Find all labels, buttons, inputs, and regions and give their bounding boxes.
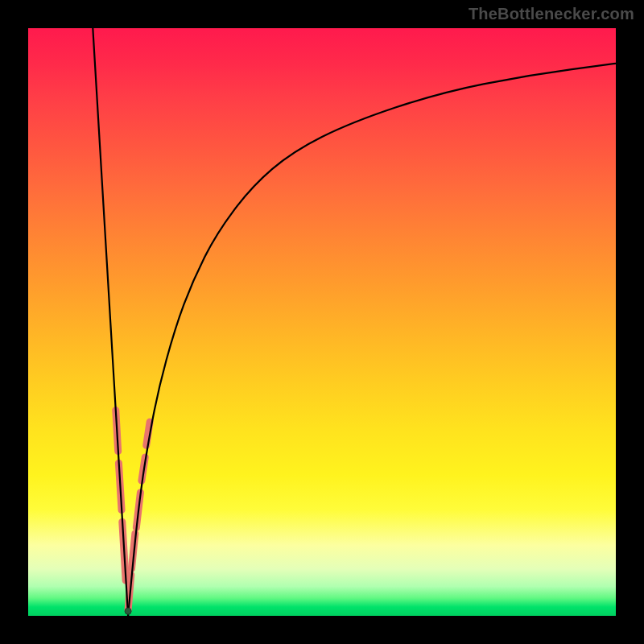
watermark-text: TheBottlenecker.com [469,5,634,23]
plot-area [28,28,616,616]
vertex-marker [125,608,131,614]
curves-svg [28,28,616,616]
chart-frame: TheBottlenecker.com [0,0,644,644]
right-branch-curve [128,64,616,616]
left-branch-curve [93,28,128,616]
